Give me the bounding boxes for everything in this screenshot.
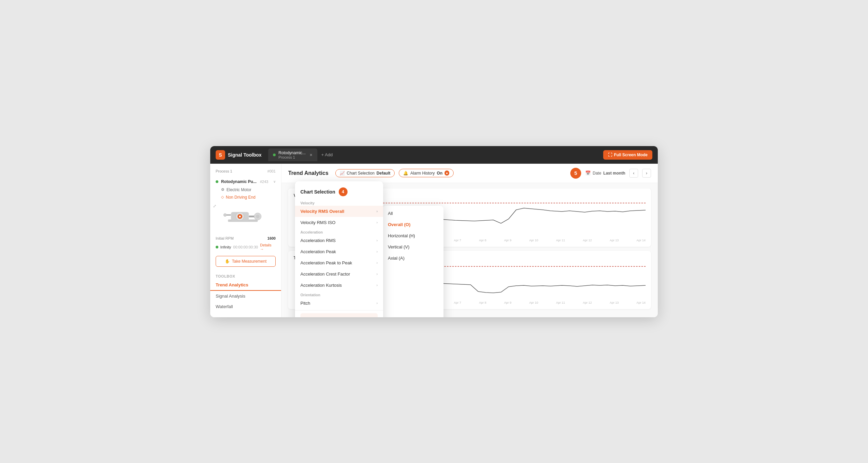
calendar-icon: 📅 — [585, 170, 591, 176]
content-header: Trend Analytics 📈 Chart Selection Defaul… — [281, 164, 658, 183]
sub-dropdown-item-axial[interactable]: Axial (A) — [382, 253, 443, 264]
app-window: S Signal Toolbox Rotodynamic... Process … — [210, 146, 658, 317]
toggle-switch[interactable]: ● — [445, 170, 449, 176]
dropdown-item-acceleration-rms[interactable]: Acceleration RMS › — [295, 235, 383, 246]
motor-diagram — [222, 206, 270, 230]
sub-dropdown-item-vertical[interactable]: Vertical (V) — [382, 241, 443, 253]
step-badge-5: 5 — [570, 168, 581, 179]
infinity-time: 00:00:00:00:30 — [233, 245, 258, 249]
add-tab-button[interactable]: + Add — [321, 152, 333, 157]
machine-illustration: ⤢ — [210, 201, 281, 235]
section-orientation-label: Orientation — [295, 291, 383, 298]
tab-subtitle: Process 1 — [278, 155, 305, 159]
brand: S Signal Toolbox — [216, 150, 261, 160]
content-area: Trend Analytics 📈 Chart Selection Defaul… — [281, 164, 658, 317]
chevron-right-icon: › — [376, 261, 378, 265]
page-title: Trend Analytics — [288, 170, 329, 176]
sidebar-item-electric-motor[interactable]: ⚙ Electric Motor — [210, 186, 281, 194]
main-layout: Process 1 #001 Rotodynamic Pu... #243 ∨ … — [210, 164, 658, 317]
dropdown-item-acceleration-peak[interactable]: Acceleration Peak › — [295, 246, 383, 257]
dropdown-title: Chart Selection — [300, 189, 335, 195]
dropdown-item-acceleration-crest-factor[interactable]: Acceleration Crest Factor › — [295, 268, 383, 280]
svg-point-4 — [239, 216, 240, 217]
chevron-right-icon: › — [376, 249, 378, 254]
active-tab[interactable]: Rotodynamic... Process 1 × — [268, 148, 317, 161]
chevron-right-icon: › — [376, 220, 378, 224]
diamond-icon: ◇ — [221, 195, 224, 199]
set-default-button[interactable]: Set Default — [300, 313, 378, 317]
alarm-value: On — [437, 171, 442, 176]
chart-selection-dropdown: Chart Selection 4 Velocity Velocity RMS … — [295, 181, 383, 317]
infinity-details-link[interactable]: Details → — [260, 243, 276, 251]
chevron-right-icon: › — [376, 301, 378, 305]
alarm-history-chip[interactable]: 🔔 Alarm History On ● — [399, 169, 454, 177]
take-measurement-button[interactable]: ✋ Take Measurement — [216, 256, 276, 267]
infinity-status-dot — [216, 246, 218, 248]
sidebar: Process 1 #001 Rotodynamic Pu... #243 ∨ … — [210, 164, 281, 317]
toolbox-item-signal-analysis[interactable]: Signal Analysis — [210, 291, 281, 301]
rpm-label: Initial RPM — [216, 236, 234, 240]
tab-close-button[interactable]: × — [310, 152, 312, 158]
dropdown-item-velocity-rms-iso[interactable]: Velocity RMS ISO › — [295, 217, 383, 228]
infinity-row: Infinity 00:00:00:00:30 Details → — [210, 242, 281, 253]
fullscreen-button[interactable]: ⛶ Full Screen Mode — [603, 150, 652, 160]
chevron-right-icon: › — [376, 238, 378, 242]
chevron-right-icon: › — [376, 209, 378, 213]
chevron-right-icon: › — [376, 283, 378, 287]
hand-icon: ✋ — [225, 259, 230, 264]
process-row: Process 1 #001 — [210, 169, 281, 177]
machine-chevron-icon: ∨ — [273, 180, 276, 183]
toolbox-label: Toolbox — [210, 270, 281, 280]
dropdown-item-acceleration-kurtosis[interactable]: Acceleration Kurtosis › — [295, 280, 383, 291]
tab-title: Rotodynamic... — [278, 150, 305, 155]
top-bar: S Signal Toolbox Rotodynamic... Process … — [210, 146, 658, 164]
date-value: Last month — [603, 171, 625, 176]
machine-item[interactable]: Rotodynamic Pu... #243 ∨ — [210, 177, 281, 186]
gear-icon: ⚙ — [221, 187, 224, 192]
svg-point-9 — [223, 213, 226, 216]
chevron-right-icon: › — [376, 272, 378, 276]
dropdown-overlay: Chart Selection 4 Velocity Velocity RMS … — [295, 181, 443, 317]
dropdown-item-pitch[interactable]: Pitch › — [295, 298, 383, 309]
date-label: Date — [593, 171, 601, 176]
machine-id: #243 — [260, 180, 268, 184]
brand-name: Signal Toolbox — [228, 152, 261, 158]
section-velocity-label: Velocity — [295, 199, 383, 206]
rpm-value: 1600 — [268, 236, 276, 240]
brand-icon: S — [216, 150, 225, 160]
dropdown-header: Chart Selection 4 — [295, 183, 383, 199]
sub-dropdown-item-horizontal[interactable]: Horizontal (H) — [382, 230, 443, 241]
tab-status-dot — [273, 154, 276, 156]
section-acceleration-label: Acceleration — [295, 228, 383, 235]
step-badge-4: 4 — [339, 187, 348, 196]
sidebar-item-non-driving-end[interactable]: ◇ Non Driving End — [210, 194, 281, 201]
infinity-name: Infinity — [220, 245, 231, 249]
fullscreen-icon: ⛶ — [608, 153, 612, 157]
process-id: #001 — [268, 169, 276, 173]
chart-selection-value: Default — [377, 171, 391, 176]
expand-icon[interactable]: ⤢ — [213, 204, 216, 208]
toolbox-item-waterfall[interactable]: Waterfall — [210, 301, 281, 312]
sub-dropdown-item-all[interactable]: All — [382, 208, 443, 219]
toolbox-item-trend-analytics[interactable]: Trend Analytics — [210, 280, 281, 291]
date-prev-button[interactable]: ‹ — [629, 169, 638, 178]
svg-point-7 — [256, 215, 259, 218]
dropdown-footer: Set Default — [295, 310, 383, 317]
sub-dropdown: All Overall (O) Horizontal (H) Vertical … — [382, 206, 443, 317]
chart-icon: 📈 — [340, 171, 345, 176]
date-next-button[interactable]: › — [642, 169, 651, 178]
sub-dropdown-item-overall[interactable]: Overall (O) — [382, 219, 443, 230]
rpm-row: Initial RPM 1600 — [210, 235, 281, 242]
alarm-icon: 🔔 — [403, 171, 408, 176]
process-label: Process 1 — [216, 169, 232, 173]
machine-name: Rotodynamic Pu... — [221, 179, 257, 184]
dropdown-item-velocity-rms[interactable]: Velocity RMS Overall › — [295, 206, 383, 217]
dropdown-item-acceleration-peak-to-peak[interactable]: Acceleration Peak to Peak › — [295, 257, 383, 268]
machine-status-dot — [216, 180, 218, 183]
date-control: 📅 Date Last month — [585, 170, 625, 176]
chart-selection-chip[interactable]: 📈 Chart Selection Default — [335, 169, 395, 177]
